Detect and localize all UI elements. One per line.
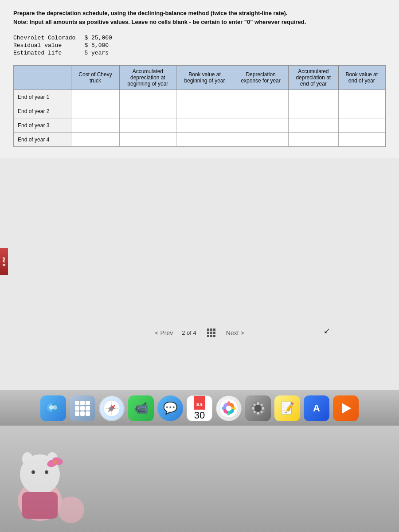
row-2-label: End of year 3: [14, 118, 71, 133]
svg-rect-40: [22, 492, 58, 519]
row-3-col-2[interactable]: [119, 133, 176, 147]
row-3-col-1[interactable]: [71, 133, 120, 147]
row-1-col-3[interactable]: [176, 104, 233, 118]
vehicle-info: Chevrolet Colorado $ 25,000 Residual val…: [13, 34, 386, 57]
dock-launchpad[interactable]: [70, 395, 95, 421]
row-0-col-4[interactable]: [233, 90, 289, 104]
row-3-col-5[interactable]: [289, 133, 338, 147]
svg-point-28: [261, 411, 263, 413]
depreciation-table: Cost of Chevy truck Accumulated deprecia…: [14, 65, 385, 147]
instruction-line1: Prepare the depreciation schedule, using…: [13, 9, 386, 18]
col-header-1: Cost of Chevy truck: [71, 66, 120, 90]
svg-point-26: [261, 403, 263, 406]
row-2-col-1[interactable]: [71, 118, 120, 133]
col-header-4: Depreciation expense for year: [233, 66, 289, 90]
row-1-col-4[interactable]: [233, 104, 289, 118]
residual-value: $ 5,000: [84, 42, 112, 49]
dock-photos[interactable]: [216, 395, 242, 421]
col-header-2: Accumulated depreciation at beginning of…: [119, 66, 176, 90]
grid-icon[interactable]: [207, 329, 215, 337]
instructions: Prepare the depreciation schedule, using…: [13, 9, 386, 26]
row-2-col-5[interactable]: [289, 118, 338, 133]
row-1-col-1[interactable]: [71, 104, 120, 118]
row-3-col-6[interactable]: [338, 133, 385, 147]
svg-point-23: [252, 407, 254, 410]
row-0-col-5[interactable]: [289, 90, 338, 104]
main-content: Prepare the depreciation schedule, using…: [0, 0, 399, 158]
dock-arrow[interactable]: [333, 395, 359, 421]
row-1-col-6[interactable]: [338, 104, 385, 118]
edge-text2: II: [2, 264, 6, 266]
row-2-col-3[interactable]: [176, 118, 233, 133]
row-3-col-4[interactable]: [233, 133, 289, 147]
dock-appstore[interactable]: A: [304, 395, 329, 421]
row-2-col-2[interactable]: [119, 118, 176, 133]
instruction-line2: Note: Input all amounts as positive valu…: [13, 18, 386, 27]
svg-marker-30: [342, 403, 351, 414]
dock-system-prefs[interactable]: [245, 395, 271, 421]
life-label: Estimated life: [13, 49, 84, 57]
svg-point-18: [226, 406, 231, 411]
svg-point-3: [53, 405, 57, 410]
next-button[interactable]: Next >: [226, 329, 244, 336]
row-1-col-5[interactable]: [289, 104, 338, 118]
dock-calendar[interactable]: JUL 30: [187, 395, 212, 421]
vehicle-name-label: Chevrolet Colorado: [13, 34, 84, 42]
cursor: ↙: [324, 326, 330, 336]
col-header-6: Book value at end of year: [338, 66, 385, 90]
row-0-label: End of year 1: [14, 90, 71, 104]
prev-button[interactable]: < Prev: [155, 329, 173, 336]
row-1-label: End of year 2: [14, 104, 71, 118]
depreciation-table-wrapper: Cost of Chevy truck Accumulated deprecia…: [13, 65, 386, 147]
row-3-label: End of year 4: [14, 133, 71, 147]
svg-point-21: [257, 402, 259, 405]
row-1-col-2[interactable]: [119, 104, 176, 118]
svg-point-33: [22, 452, 33, 466]
bottom-area: [0, 426, 399, 532]
col-header-0: [14, 66, 71, 90]
calendar-month: JUL: [196, 403, 203, 407]
residual-label: Residual value: [13, 42, 84, 49]
dock-messages[interactable]: 💬: [157, 395, 183, 421]
dock-facetime[interactable]: 📹: [128, 395, 154, 421]
vehicle-name-value: $ 25,000: [84, 34, 112, 42]
svg-point-36: [45, 470, 48, 474]
svg-point-25: [254, 403, 256, 406]
dock-safari[interactable]: [99, 395, 125, 421]
svg-point-27: [254, 411, 256, 413]
edge-text1: aw: [2, 257, 6, 262]
row-0-col-3[interactable]: [176, 90, 233, 104]
life-value: 5 years: [84, 49, 112, 57]
row-3-col-3[interactable]: [176, 133, 233, 147]
col-header-3: Book value at beginning of year: [176, 66, 233, 90]
svg-point-22: [257, 412, 259, 415]
row-2-col-6[interactable]: [338, 118, 385, 133]
svg-text:A: A: [313, 403, 320, 414]
row-0-col-2[interactable]: [119, 90, 176, 104]
svg-point-39: [53, 460, 57, 464]
dock-notes[interactable]: 📝: [274, 395, 300, 421]
edge-marker: aw II: [0, 248, 8, 275]
dock-finder[interactable]: [40, 395, 66, 421]
dock: 📹 💬 JUL 30: [0, 390, 399, 426]
row-0-col-6[interactable]: [338, 90, 385, 104]
page-info: 2 of 4: [182, 329, 196, 336]
row-2-col-4[interactable]: [233, 118, 289, 133]
svg-point-41: [58, 497, 84, 523]
row-0-col-1[interactable]: [71, 90, 120, 104]
svg-point-24: [262, 407, 264, 410]
nav-bar: < Prev 2 of 4 Next >: [0, 324, 399, 341]
calendar-display: JUL 30: [194, 395, 205, 421]
col-header-5: Accumulated depreciation at end of year: [289, 66, 338, 90]
calendar-day: 30: [194, 410, 205, 421]
svg-point-20: [254, 405, 262, 412]
svg-point-35: [31, 470, 35, 474]
